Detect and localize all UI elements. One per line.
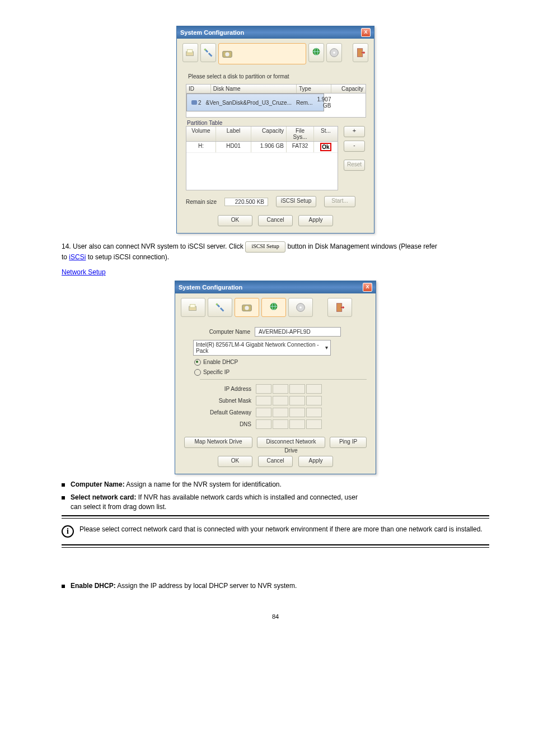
toolbar [175, 293, 376, 321]
svg-point-8 [333, 52, 335, 54]
map-network-drive-button[interactable]: Map Network Drive [184, 437, 252, 448]
col-status: St... [314, 127, 338, 141]
status-ok-highlighted: Ok [320, 143, 331, 151]
iscsi-setup-inline-button: iSCSI Setup [245, 241, 285, 253]
svg-point-4 [225, 52, 229, 56]
ip-address-label: IP Address [200, 386, 251, 392]
toolbar-btn-network[interactable] [308, 43, 324, 62]
col-label: Label [216, 127, 251, 141]
toolbar [177, 39, 374, 69]
page-number: 84 [62, 613, 489, 620]
bullet-computer-name: Computer Name: Assign a name for the NVR… [62, 480, 489, 489]
ok-button[interactable]: OK [218, 456, 252, 467]
specific-ip-radio[interactable] [194, 369, 201, 376]
computer-name-field[interactable]: AVERMEDI-APFL9D [255, 327, 341, 337]
col-diskname: Disk Name [211, 85, 297, 93]
reset-button[interactable]: Reset [344, 160, 365, 171]
bullet-enable-dhcp: Enable DHCP: Assign the IP address by lo… [62, 581, 489, 591]
remove-partition-button[interactable]: - [344, 141, 365, 152]
toolbar-btn-tools[interactable] [200, 43, 216, 62]
system-configuration-dialog-disk: System Configuration X Please select a d… [176, 26, 374, 234]
step-14: 14. User also can connect NVR system to … [62, 241, 489, 262]
toolbar-btn-disk[interactable] [218, 43, 306, 64]
specific-ip-label: Specific IP [203, 369, 229, 375]
disk-table[interactable]: ID Disk Name Type Capacity 2 &Ven_SanDis… [186, 84, 366, 118]
svg-point-18 [299, 306, 302, 309]
toolbar-btn-exit[interactable] [353, 43, 368, 62]
iscsi-setup-button[interactable]: iSCSI Setup [276, 196, 316, 207]
default-gateway-label: Default Gateway [200, 409, 251, 416]
col-volume: Volume [186, 127, 216, 141]
toolbar-btn-disk[interactable] [235, 298, 259, 317]
section-heading: Network Setup [62, 268, 489, 277]
bullet-icon [62, 496, 65, 500]
remain-size-value: 220.500 KB [224, 198, 268, 206]
cancel-button[interactable]: Cancel [258, 215, 293, 226]
remain-size-label: Remain size [186, 199, 217, 205]
note-text: Please select correct network card that … [79, 525, 483, 533]
computer-name-label: Computer Name [199, 329, 250, 335]
svg-rect-1 [188, 50, 193, 53]
partition-table-label: Partition Table [187, 120, 365, 126]
dns-field[interactable] [256, 419, 322, 429]
close-icon[interactable]: X [361, 28, 371, 37]
disconnect-network-drive-button[interactable]: Disconnect Network Drive [257, 437, 325, 448]
col-capacity2: Capacity [251, 127, 287, 141]
partition-row[interactable]: H: HD01 1.906 GB FAT32 Ok [186, 142, 338, 153]
svg-point-2 [204, 49, 207, 51]
col-id: ID [186, 85, 211, 93]
apply-button[interactable]: Apply [298, 215, 333, 226]
window-title: System Configuration [179, 284, 242, 291]
dns-label: DNS [200, 421, 251, 427]
titlebar[interactable]: System Configuration X [175, 281, 376, 293]
toolbar-btn-system[interactable] [182, 43, 198, 62]
toolbar-btn-tools[interactable] [208, 298, 232, 317]
ip-address-field[interactable] [256, 384, 322, 394]
bullet-select-nic: Select network card: If NVR has availabl… [62, 493, 489, 512]
network-setup-link[interactable]: Network Setup [62, 268, 106, 276]
svg-point-12 [216, 303, 218, 305]
apply-button[interactable]: Apply [298, 456, 333, 467]
toolbar-btn-disc[interactable] [288, 298, 313, 317]
start-button[interactable]: Start... [324, 196, 355, 207]
toolbar-btn-disc[interactable] [326, 43, 342, 62]
default-gateway-field[interactable] [256, 408, 322, 417]
instruction-text: Please select a disk to partition or for… [188, 73, 365, 80]
system-configuration-dialog-network: System Configuration X Computer Name AVE… [175, 281, 376, 475]
ok-button[interactable]: OK [218, 215, 252, 226]
enable-dhcp-radio[interactable] [194, 359, 201, 366]
toolbar-btn-network[interactable] [261, 298, 286, 317]
nic-select[interactable]: Intel(R) 82567LM-4 Gigabit Network Conne… [193, 340, 367, 356]
note-box: i Please select correct network card tha… [62, 522, 489, 541]
svg-point-14 [245, 306, 249, 310]
subnet-mask-label: Subnet Mask [200, 398, 251, 404]
subnet-mask-field[interactable] [256, 396, 322, 405]
info-icon: i [62, 525, 74, 538]
ping-ip-button[interactable]: Ping IP [330, 437, 367, 448]
disk-row[interactable]: 2 &Ven_SanDisk&Prod_U3_Cruze... Rem... 1… [186, 94, 324, 111]
partition-table[interactable]: Volume Label Capacity File Sys... St... … [186, 126, 338, 190]
iscsi-link[interactable]: iSCSi [69, 253, 86, 261]
toolbar-btn-exit[interactable] [327, 298, 352, 317]
toolbar-btn-system[interactable] [181, 298, 205, 317]
titlebar[interactable]: System Configuration X [177, 26, 374, 39]
chevron-down-icon: ▾ [325, 344, 328, 351]
bullet-icon [62, 585, 65, 588]
enable-dhcp-label: Enable DHCP [203, 359, 238, 365]
col-type: Type [297, 85, 331, 93]
col-filesys: File Sys... [287, 127, 314, 141]
disk-icon [191, 100, 197, 105]
add-partition-button[interactable]: + [344, 126, 365, 137]
svg-rect-11 [190, 304, 195, 307]
col-capacity: Capacity [331, 85, 366, 93]
bullet-icon [62, 483, 65, 487]
window-title: System Configuration [180, 29, 244, 36]
cancel-button[interactable]: Cancel [258, 456, 293, 467]
close-icon[interactable]: X [363, 283, 372, 292]
